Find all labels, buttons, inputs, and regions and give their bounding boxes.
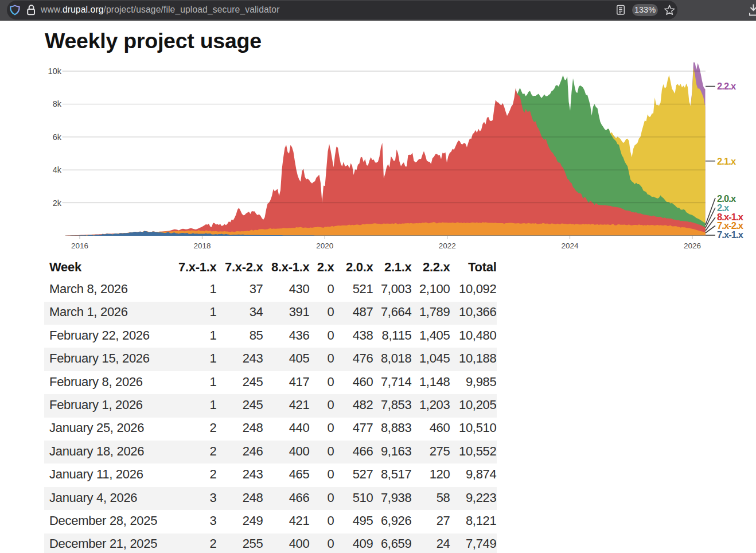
svg-text:6k: 6k (53, 133, 62, 142)
svg-text:2020: 2020 (316, 242, 333, 250)
svg-text:2022: 2022 (439, 242, 456, 250)
svg-text:7.x-1.x: 7.x-1.x (717, 229, 744, 240)
svg-text:10k: 10k (48, 67, 62, 76)
svg-text:2.0.x: 2.0.x (717, 193, 736, 204)
svg-text:2.1.x: 2.1.x (717, 156, 736, 166)
svg-text:2k: 2k (53, 198, 62, 208)
svg-text:8k: 8k (53, 99, 62, 108)
svg-text:2026: 2026 (684, 242, 701, 250)
svg-text:2.2.x: 2.2.x (717, 81, 736, 91)
svg-text:2018: 2018 (194, 242, 211, 250)
svg-text:2024: 2024 (561, 242, 579, 250)
svg-text:4k: 4k (53, 165, 62, 174)
svg-text:2016: 2016 (71, 242, 88, 250)
